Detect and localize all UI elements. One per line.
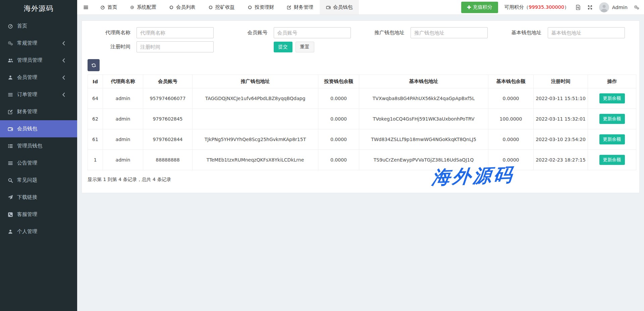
settings-gears-icon[interactable]: [634, 5, 639, 10]
cell-base_wallet: TVokeg1oCQ4GsFHj591WK3aUxbonhPoTRV: [359, 109, 488, 129]
filter-field-5: 注册时间: [88, 41, 223, 52]
sidebar-item-label: 客服管理: [17, 211, 37, 218]
cell-agent: admin: [103, 109, 143, 129]
sidebar-item-label: 常规管理: [17, 40, 37, 46]
sidebar-item-9[interactable]: 公告管理: [0, 154, 77, 172]
list-icon: [7, 92, 13, 97]
sidebar-item-label: 会员管理: [17, 74, 37, 81]
update-balance-button[interactable]: 更新余额: [599, 134, 625, 144]
cell-base_balance: 0.0000: [488, 150, 534, 170]
circle-icon: [248, 5, 252, 10]
column-header-6: 基本钱包地址: [359, 75, 488, 88]
phone-icon: [7, 212, 13, 217]
tab-label: 挖矿收益: [215, 4, 235, 10]
cell-reg_time: 2022-03-11 15:51:10: [534, 88, 588, 109]
user-icon: [7, 229, 13, 234]
sidebar-toggle-button[interactable]: [77, 0, 94, 14]
records-summary: 显示第 1 到第 4 条记录，总共 4 条记录: [88, 177, 634, 183]
cell-action: 更新余额: [588, 129, 636, 150]
filter-input-1[interactable]: [137, 27, 214, 38]
filter-label: 会员账号: [225, 30, 268, 36]
dashboard-icon: [7, 24, 13, 29]
sidebar-item-7[interactable]: 会员钱包: [0, 120, 77, 137]
cell-id: 62: [88, 109, 103, 129]
avatar: [599, 2, 609, 12]
update-balance-button[interactable]: 更新余额: [599, 93, 625, 103]
tab-5[interactable]: 投资理财: [241, 0, 280, 14]
column-header-1: Id: [88, 75, 103, 88]
cell-account: 957974606077: [143, 88, 193, 109]
filter-input-4[interactable]: [548, 27, 625, 38]
chevron-left-icon: [61, 75, 67, 80]
filter-field-2: 会员账号: [225, 27, 360, 38]
sidebar-item-label: 下载链接: [17, 194, 37, 201]
member-wallet-card: 代理商名称会员账号推广钱包地址基本钱包地址注册时间提交重置 Id代理商名称会员账…: [82, 20, 640, 193]
cell-account: 88888888: [143, 150, 193, 170]
tab-7[interactable]: 会员钱包: [320, 0, 359, 14]
table-row-3: 61admin9797602844TJkPNg5YH9VYhQe8Scg25hG…: [88, 129, 636, 150]
cell-agent: admin: [103, 150, 143, 170]
table-row-2: 62admin97976028450.0000TVokeg1oCQ4GsFHj5…: [88, 109, 636, 129]
tab-2[interactable]: 系统配置: [123, 0, 163, 14]
topbar: 首页系统配置会员列表挖矿收益投资理财财务管理会员钱包 ✚充值积分 可用积分（99…: [77, 0, 644, 15]
sidebar-item-label: 财务管理: [17, 108, 37, 115]
tab-6[interactable]: 财务管理: [280, 0, 320, 14]
sidebar-item-8[interactable]: 管理员钱包: [0, 137, 77, 154]
column-header-3: 会员账号: [143, 75, 193, 88]
filter-field-1: 代理商名称: [88, 27, 223, 38]
sidebar-item-13[interactable]: 个人管理: [0, 223, 77, 240]
sidebar: 海外源码 首页常规管理管理员管理会员管理订单管理财务管理会员钱包管理员钱包公告管…: [0, 0, 77, 311]
submit-button[interactable]: 提交: [274, 42, 292, 52]
cell-agent: admin: [103, 129, 143, 150]
cell-id: 64: [88, 88, 103, 109]
cell-invest_balance: 0.0000: [318, 109, 359, 129]
cell-action: 更新余额: [588, 109, 636, 129]
user-menu[interactable]: Admin: [599, 2, 628, 12]
column-header-4: 推广钱包地址: [193, 75, 318, 88]
sidebar-item-1[interactable]: 首页: [0, 17, 77, 35]
edit-icon: [7, 109, 13, 115]
reset-button[interactable]: 重置: [296, 42, 314, 52]
cell-base_balance: 0.0000: [488, 129, 534, 150]
filter-label: 推广钱包地址: [362, 30, 405, 36]
refresh-button[interactable]: [88, 59, 100, 71]
sidebar-item-5[interactable]: 订单管理: [0, 86, 77, 103]
table-body: 64admin957974606077TAGGDQjNXCJe1ufv64Pbd…: [88, 88, 636, 170]
table-header-row: Id代理商名称会员账号推广钱包地址投资钱包余额基本钱包地址基本钱包余额注册时间操…: [88, 75, 636, 88]
clear-cache-icon[interactable]: [576, 5, 581, 10]
sidebar-item-10[interactable]: 常见问题: [0, 172, 77, 189]
available-points: 可用积分（99935.300000）: [504, 4, 569, 10]
sidebar-item-label: 个人管理: [17, 228, 37, 235]
tab-label: 系统配置: [137, 4, 156, 10]
filter-input-3[interactable]: [411, 27, 488, 38]
tab-3[interactable]: 会员列表: [163, 0, 202, 14]
app-logo: 海外源码: [0, 0, 77, 17]
filter-input-2[interactable]: [274, 27, 351, 38]
sidebar-item-11[interactable]: 下载链接: [0, 189, 77, 206]
filter-input-5[interactable]: [137, 41, 214, 52]
username: Admin: [612, 5, 628, 10]
fullscreen-icon[interactable]: [587, 5, 593, 10]
cell-reg_time: 2022-03-11 15:32:01: [534, 109, 588, 129]
tab-4[interactable]: 挖矿收益: [202, 0, 241, 14]
update-balance-button[interactable]: 更新余额: [599, 114, 625, 124]
chevron-left-icon: [61, 41, 67, 46]
sidebar-item-2[interactable]: 常规管理: [0, 35, 77, 52]
cell-base_wallet: TS9uCrZenEwypPVVaTGjZ38L16UdSaQJ1Q: [359, 150, 488, 170]
sidebar-item-3[interactable]: 管理员管理: [0, 52, 77, 69]
sidebar-item-12[interactable]: 客服管理: [0, 206, 77, 223]
filter-buttons: 提交重置: [274, 41, 360, 52]
cell-account: 9797602845: [143, 109, 193, 129]
search-icon: [7, 178, 13, 183]
hamburger-icon: [83, 5, 89, 10]
update-balance-button[interactable]: 更新余额: [599, 155, 625, 165]
tab-label: 投资理财: [255, 4, 274, 10]
sidebar-item-4[interactable]: 会员管理: [0, 69, 77, 86]
sidebar-item-6[interactable]: 财务管理: [0, 103, 77, 120]
cell-promo_wallet: TAGGDQjNXCJe1ufv64PbdLBZ8yqqBQdapg: [193, 88, 318, 109]
plane-icon: [7, 195, 13, 200]
recharge-points-button[interactable]: ✚充值积分: [461, 2, 498, 13]
chevron-left-icon: [61, 58, 67, 63]
cell-reg_time: 2022-02-23 18:27:15: [534, 150, 588, 170]
tab-1[interactable]: 首页: [94, 0, 123, 14]
